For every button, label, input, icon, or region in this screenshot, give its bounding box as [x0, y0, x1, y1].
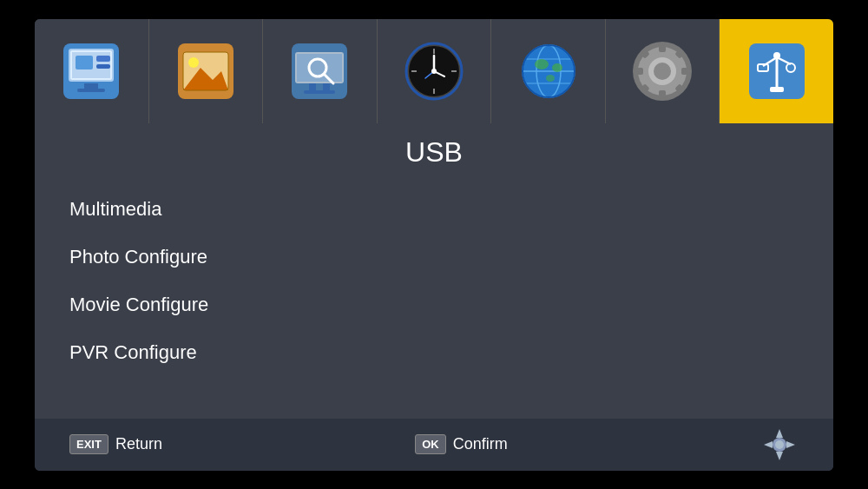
nav-item-settings[interactable]: [606, 19, 720, 123]
nav-item-search-tv[interactable]: [263, 19, 378, 123]
svg-point-54: [654, 63, 671, 80]
nav-item-clock[interactable]: [378, 19, 492, 123]
svg-point-11: [188, 57, 199, 68]
bottom-center: OK Confirm: [415, 434, 508, 454]
svg-rect-6: [76, 56, 93, 69]
clock-icon: [403, 40, 465, 102]
menu-item-pvr-configure[interactable]: PVR Configure: [61, 329, 807, 377]
menu-item-multimedia[interactable]: Multimedia: [61, 186, 807, 234]
page-title: USB: [61, 136, 807, 169]
nav-item-desktop[interactable]: [35, 19, 149, 123]
svg-point-40: [552, 63, 562, 72]
nav-item-photo[interactable]: [149, 19, 264, 123]
exit-key-badge: EXIT: [69, 434, 108, 454]
svg-marker-65: [764, 441, 773, 448]
nav-item-globe[interactable]: [491, 19, 606, 123]
ok-key-badge: OK: [415, 434, 446, 454]
main-content: USB Multimedia Photo Configure Movie Con…: [35, 123, 833, 419]
menu-item-movie-configure[interactable]: Movie Configure: [61, 281, 807, 329]
svg-rect-46: [659, 90, 666, 99]
svg-rect-48: [681, 68, 690, 75]
svg-point-31: [431, 69, 437, 74]
svg-rect-21: [304, 90, 335, 94]
svg-rect-8: [96, 64, 110, 69]
svg-rect-47: [635, 68, 643, 75]
svg-point-62: [773, 52, 780, 59]
ok-label: Confirm: [453, 435, 508, 453]
search-tv-icon: [288, 40, 351, 102]
top-nav: [35, 19, 833, 123]
svg-rect-45: [659, 43, 666, 52]
desktop-icon: [60, 40, 122, 102]
svg-rect-3: [77, 89, 105, 92]
bottom-left: EXIT Return: [69, 434, 162, 454]
menu-item-photo-configure[interactable]: Photo Configure: [61, 234, 807, 281]
svg-marker-66: [786, 441, 795, 448]
svg-point-68: [775, 440, 784, 449]
svg-point-41: [546, 75, 555, 82]
svg-marker-64: [776, 452, 783, 460]
nav-item-usb[interactable]: [720, 19, 833, 123]
svg-rect-19: [309, 83, 316, 90]
exit-label: Return: [115, 435, 162, 453]
usb-icon: [746, 40, 808, 102]
svg-point-39: [535, 59, 549, 69]
menu-list: Multimedia Photo Configure Movie Configu…: [61, 186, 807, 377]
svg-marker-63: [776, 429, 783, 438]
bottom-bar: EXIT Return OK Confirm: [35, 419, 833, 471]
settings-icon: [631, 40, 694, 102]
svg-rect-7: [96, 56, 110, 62]
dpad-icon: [760, 426, 799, 464]
svg-rect-2: [84, 83, 98, 89]
svg-rect-61: [770, 87, 784, 92]
bottom-right: [760, 426, 799, 464]
screen: USB Multimedia Photo Configure Movie Con…: [35, 19, 833, 471]
svg-rect-20: [323, 83, 330, 90]
photo-icon: [174, 40, 237, 102]
globe-icon: [517, 40, 580, 102]
